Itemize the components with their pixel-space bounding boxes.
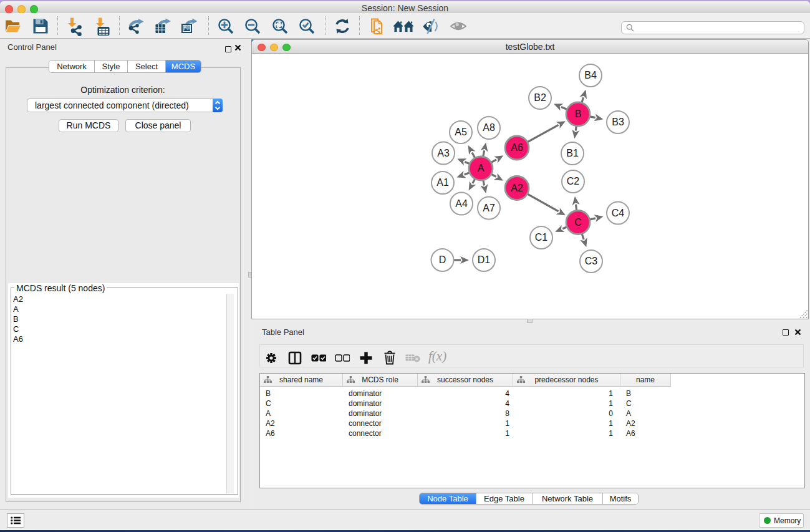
svg-text:C4: C4 xyxy=(612,208,625,218)
svg-text:A5: A5 xyxy=(455,127,467,137)
svg-text:A1: A1 xyxy=(436,177,449,188)
svg-text:B: B xyxy=(575,109,582,119)
svg-text:A7: A7 xyxy=(483,203,495,213)
svg-text:A6: A6 xyxy=(511,142,523,153)
svg-text:D1: D1 xyxy=(478,254,491,265)
svg-text:B1: B1 xyxy=(566,148,579,158)
svg-text:A2: A2 xyxy=(511,183,523,193)
svg-text:C1: C1 xyxy=(535,232,548,243)
svg-text:A8: A8 xyxy=(483,122,495,133)
svg-text:B3: B3 xyxy=(612,117,624,127)
svg-text:B4: B4 xyxy=(584,70,597,80)
svg-text:C3: C3 xyxy=(585,256,598,266)
svg-text:A: A xyxy=(478,163,485,173)
svg-text:A4: A4 xyxy=(455,198,468,209)
svg-text:C: C xyxy=(574,217,582,228)
svg-text:A3: A3 xyxy=(437,148,450,158)
svg-text:B2: B2 xyxy=(534,92,546,103)
svg-text:C2: C2 xyxy=(567,176,580,186)
svg-text:D: D xyxy=(439,254,446,265)
